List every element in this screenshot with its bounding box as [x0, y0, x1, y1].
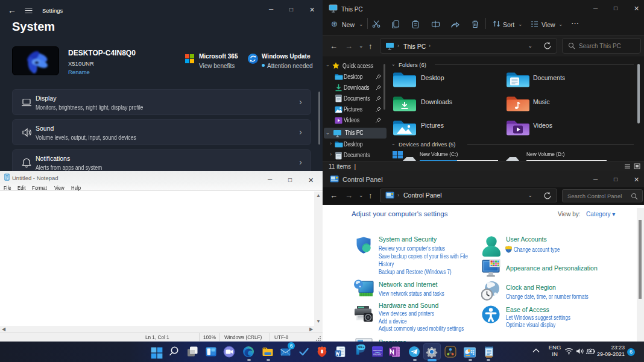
svg-text:music: music	[373, 353, 382, 356]
svg-text:amazon: amazon	[373, 349, 382, 352]
svg-text:99+: 99+	[358, 345, 365, 349]
